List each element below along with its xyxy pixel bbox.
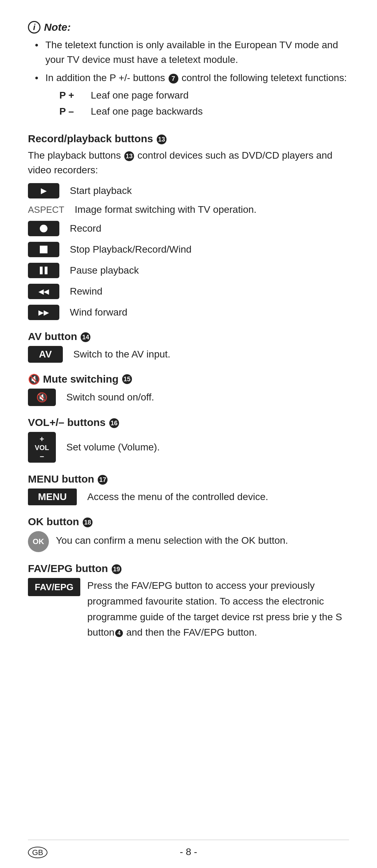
ff-row: Wind forward [28, 305, 349, 320]
ff-label: Wind forward [70, 307, 127, 318]
ok-title: OK button 18 [28, 516, 349, 528]
record-button-icon [28, 221, 59, 236]
ok-button-label: OK [33, 537, 44, 546]
av-row: AV Switch to the AV input. [28, 346, 349, 363]
p-plus-label: P + [59, 88, 77, 103]
pause-bar-2 [45, 267, 47, 274]
note-title-text: Note: [44, 21, 71, 33]
circle-7: 7 [169, 74, 178, 84]
pause-bars [40, 267, 47, 274]
mute-symbol: 🔇 [28, 374, 40, 385]
menu-button[interactable]: MENU [28, 489, 77, 505]
av-button[interactable]: AV [28, 346, 63, 363]
pause-button-icon [28, 263, 59, 278]
stop-label: Stop Playback/Record/Wind [70, 244, 192, 255]
rewind-label: Rewind [70, 286, 102, 297]
aspect-row: ASPECT Image format switching with TV op… [28, 204, 349, 215]
vol-section: VOL+/– buttons 16 + VOL – Set volume (Vo… [28, 417, 349, 463]
favepg-title: FAV/EPG button 19 [28, 563, 349, 574]
vol-title: VOL+/– buttons 16 [28, 417, 349, 428]
vol-title-text: VOL+/– buttons [28, 417, 106, 428]
page-number: - 8 - [180, 846, 197, 857]
vol-plus: + [40, 435, 44, 444]
ok-row: OK You can confirm a menu selection with… [28, 531, 349, 552]
favepg-desc: Press the FAV/EPG button to access your … [87, 578, 349, 641]
info-icon: i [28, 21, 40, 34]
circle-15: 15 [122, 374, 132, 384]
ok-section: OK button 18 OK You can confirm a menu s… [28, 516, 349, 552]
p-minus-label: P – [59, 104, 77, 119]
vol-button[interactable]: + VOL – [28, 432, 56, 463]
record-row: Record [28, 221, 349, 236]
play-button-icon [28, 183, 59, 198]
menu-desc: Access the menu of the controlled device… [87, 491, 268, 502]
vol-desc: Set volume (Volume). [66, 442, 160, 453]
pause-row: Pause playback [28, 263, 349, 278]
menu-button-label: MENU [38, 491, 67, 502]
mute-desc: Switch sound on/off. [66, 392, 154, 403]
menu-section: MENU button 17 MENU Access the menu of t… [28, 473, 349, 505]
rewind-button-icon [28, 284, 59, 299]
play-row: Start playback [28, 183, 349, 198]
mute-section: 🔇 Mute switching 15 🔇 Switch sound on/of… [28, 373, 349, 406]
av-section: AV button 14 AV Switch to the AV input. [28, 331, 349, 363]
note-title: i Note: [28, 21, 349, 34]
stop-row: Stop Playback/Record/Wind [28, 242, 349, 257]
circle-4: 4 [115, 629, 123, 637]
mute-title-text: Mute switching [43, 373, 119, 385]
circle-16: 16 [109, 418, 119, 428]
av-desc: Switch to the AV input. [73, 349, 170, 360]
record-playback-desc: The playback buttons 13 control devices … [28, 148, 349, 178]
favepg-section: FAV/EPG button 19 FAV/EPG Press the FAV/… [28, 563, 349, 641]
av-title: AV button 14 [28, 331, 349, 342]
menu-title-text: MENU button [28, 473, 94, 485]
footer-gb: GB [28, 846, 47, 858]
note-bullets: The teletext function is only available … [28, 38, 349, 119]
favepg-row: FAV/EPG Press the FAV/EPG button to acce… [28, 578, 349, 641]
aspect-col: ASPECT [28, 204, 64, 215]
av-button-label: AV [39, 349, 52, 360]
circle-19: 19 [112, 564, 121, 574]
gb-badge: GB [28, 847, 47, 858]
mute-title: 🔇 Mute switching 15 [28, 373, 349, 385]
circle-13: 13 [157, 135, 167, 144]
circle-13b: 13 [124, 151, 134, 161]
stop-square [40, 246, 47, 253]
vol-label: VOL [35, 444, 49, 452]
footer-page: - 8 - [180, 846, 197, 858]
pause-bar-1 [40, 267, 43, 274]
note-bullet-1-text: The teletext function is only available … [45, 39, 338, 65]
rewind-row: Rewind [28, 284, 349, 299]
p-minus-row: P – Leaf one page backwards [59, 104, 349, 119]
vol-row: + VOL – Set volume (Volume). [28, 432, 349, 463]
record-label: Record [70, 223, 101, 234]
p-minus-text: Leaf one page backwards [91, 104, 203, 119]
stop-button-icon [28, 242, 59, 257]
footer-line [28, 840, 349, 840]
p-plus-text: Leaf one page forward [91, 88, 188, 103]
ok-desc: You can confirm a menu selection with th… [56, 531, 288, 548]
circle-17: 17 [98, 475, 108, 485]
circle-14: 14 [81, 332, 90, 342]
favepg-title-text: FAV/EPG button [28, 563, 108, 574]
aspect-label: ASPECT [28, 204, 64, 215]
mute-button[interactable]: 🔇 [28, 389, 56, 406]
record-dot [40, 225, 47, 232]
favepg-button[interactable]: FAV/EPG [28, 578, 80, 596]
note-bullet-1: The teletext function is only available … [35, 38, 349, 67]
ok-button[interactable]: OK [28, 531, 49, 552]
p-plus-row: P + Leaf one page forward [59, 88, 349, 103]
pause-label: Pause playback [70, 265, 139, 276]
record-playback-section: Record/playback buttons 13 The playback … [28, 133, 349, 320]
menu-title: MENU button 17 [28, 473, 349, 485]
ff-button-icon [28, 305, 59, 320]
mute-row: 🔇 Switch sound on/off. [28, 389, 349, 406]
menu-row: MENU Access the menu of the controlled d… [28, 489, 349, 505]
vol-minus: – [40, 452, 44, 461]
mute-icon: 🔇 [36, 392, 47, 403]
circle-18: 18 [83, 518, 93, 527]
play-label: Start playback [70, 185, 132, 196]
ok-title-text: OK button [28, 516, 79, 527]
note-section: i Note: The teletext function is only av… [28, 21, 349, 119]
aspect-desc: Image format switching with TV operation… [75, 204, 257, 215]
